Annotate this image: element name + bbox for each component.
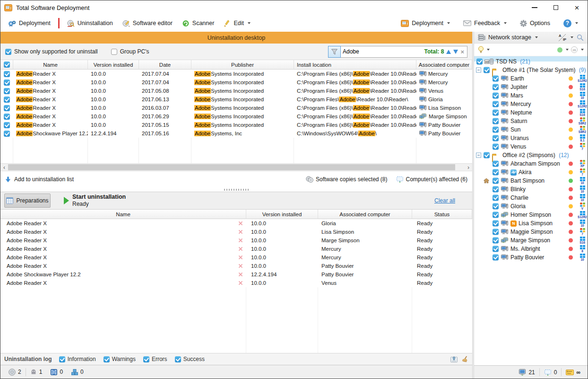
row-checkbox[interactable] <box>4 105 10 111</box>
maximize-button[interactable] <box>545 0 566 15</box>
column-header-version-installed[interactable]: Version installed <box>88 60 139 70</box>
queue-column-header-name[interactable]: Name <box>0 210 246 219</box>
splitter-handle[interactable] <box>0 187 472 192</box>
software-row[interactable]: Adobe Shockwave Player 12.212.2.4.194201… <box>0 129 472 138</box>
tree-checkbox[interactable] <box>493 161 499 167</box>
find-previous-arrow[interactable] <box>446 50 451 54</box>
log-errors-checkbox[interactable] <box>143 356 149 362</box>
help-button[interactable]: ? <box>559 17 583 30</box>
tree-item-akira[interactable]: Akira7 <box>474 168 588 176</box>
tree-checkbox[interactable] <box>493 203 499 210</box>
tree-item-maggie-simpson[interactable]: Maggie Simpson7 <box>474 228 588 236</box>
tree-group-office-1-the-solar-system[interactable]: Office #1 (The Solar System) (9) <box>474 66 588 74</box>
queue-row[interactable]: Adobe Reader X10.0.0Patty BouvierReady <box>0 262 472 270</box>
chevron-down-icon[interactable] <box>581 49 584 51</box>
feedback-button[interactable]: Feedback <box>458 18 511 29</box>
tree-item-gloria[interactable]: GloriaV <box>474 202 588 211</box>
row-checkbox[interactable] <box>4 131 10 137</box>
tree-checkbox[interactable] <box>484 152 490 159</box>
column-header-publisher[interactable]: Publisher <box>191 60 294 70</box>
sort-by-name-ip-button[interactable]: AIP <box>558 34 566 41</box>
tree-item-jupiter[interactable]: JupiterS16 <box>474 83 588 91</box>
log-warnings-checkbox[interactable] <box>104 356 110 362</box>
tree-checkbox[interactable] <box>493 135 499 141</box>
tree-item-earth[interactable]: EarthS12R2 <box>474 74 588 83</box>
queue-column-header-version-installed[interactable]: Version installed <box>246 210 318 219</box>
remove-from-queue-icon[interactable] <box>239 238 242 242</box>
tree-item-mercury[interactable]: MercuryS12R2 <box>474 100 588 108</box>
tree-checkbox[interactable] <box>493 93 499 99</box>
tree-item-patty-bouvier[interactable]: Patty Bouvier10 <box>474 253 588 262</box>
show-supported-checkbox[interactable] <box>5 49 11 55</box>
tree-checkbox[interactable] <box>493 220 499 227</box>
filter-funnel-button[interactable] <box>328 46 341 58</box>
clear-all-link[interactable]: Clear all <box>434 197 455 204</box>
tree-checkbox[interactable] <box>476 59 483 65</box>
column-header-date[interactable]: Date <box>139 60 191 70</box>
scroll-left-arrow[interactable]: ‹ <box>0 164 8 171</box>
row-checkbox[interactable] <box>4 122 10 128</box>
tree-item-abracham-simpson[interactable]: Abracham SimpsonXP <box>474 159 588 168</box>
row-checkbox[interactable] <box>4 88 10 94</box>
scrollbar-thumb[interactable] <box>8 164 455 170</box>
tree-checkbox[interactable] <box>493 84 499 90</box>
column-header-associated-computer[interactable]: Associated computer <box>416 60 472 70</box>
tree-item-marge-simpson[interactable]: Marge SimpsonS16 <box>474 236 588 245</box>
start-uninstallation-button[interactable]: Start uninstallation Ready <box>72 194 126 207</box>
add-to-uninstall-button[interactable]: Add to uninstallation list <box>5 176 74 183</box>
software-row[interactable]: Adobe Reader X10.0.02017.06.13Adobe Syst… <box>0 95 472 104</box>
chevron-down-icon[interactable] <box>566 49 569 51</box>
tree-checkbox[interactable] <box>493 195 499 201</box>
chevron-down-icon[interactable] <box>571 36 573 38</box>
tree-collapse-icon[interactable] <box>476 68 481 73</box>
tree-checkbox[interactable] <box>493 127 499 133</box>
tree-checkbox[interactable] <box>493 110 499 116</box>
column-header-name[interactable]: Name <box>13 60 88 70</box>
tree-checkbox[interactable] <box>493 246 499 252</box>
close-button[interactable]: × <box>566 0 588 15</box>
edit-button[interactable]: Edit <box>219 18 255 29</box>
tree-group-office-2-simpsons[interactable]: Office #2 (Simpsons) (12) <box>474 151 588 159</box>
export-log-button[interactable] <box>450 356 458 362</box>
tree-item-tsd-ns[interactable]: ADTSD NS (21) <box>474 57 588 66</box>
online-status-filter-icon[interactable] <box>557 47 562 53</box>
remove-from-queue-icon[interactable] <box>239 281 242 285</box>
horizontal-scrollbar[interactable]: ‹ › <box>0 163 472 171</box>
tree-item-venus[interactable]: Venus7 <box>474 142 588 151</box>
tree-collapse-icon[interactable] <box>476 153 481 158</box>
lightbulb-icon[interactable] <box>478 46 484 53</box>
tree-item-saturn[interactable]: SaturnS8R2 <box>474 117 588 125</box>
row-checkbox[interactable] <box>4 79 10 86</box>
software-row[interactable]: Adobe Reader X10.0.02017.06.29Adobe Syst… <box>0 112 472 121</box>
tree-checkbox[interactable] <box>493 101 499 107</box>
remove-from-queue-icon[interactable] <box>239 256 242 259</box>
remove-from-queue-icon[interactable] <box>239 273 242 276</box>
software-row[interactable]: Adobe Reader X10.0.02017.05.15Adobe Syst… <box>0 121 472 129</box>
minimize-button[interactable] <box>524 0 545 15</box>
chevron-down-icon[interactable] <box>535 36 538 38</box>
preparations-tab[interactable]: Preparations <box>4 194 51 208</box>
tree-checkbox[interactable] <box>493 186 499 193</box>
queue-row[interactable]: Adobe Reader X10.0.0Marge SimpsonReady <box>0 236 472 245</box>
software-editor-button[interactable]: Software editor <box>118 18 177 29</box>
tree-checkbox[interactable] <box>484 67 490 73</box>
os-filter-icon[interactable]: os <box>571 46 578 53</box>
clear-search-icon[interactable]: × <box>460 49 464 55</box>
queue-row[interactable]: Adobe Reader X10.0.0VenusReady <box>0 279 472 287</box>
row-checkbox[interactable] <box>4 71 10 77</box>
search-icon[interactable] <box>577 34 584 41</box>
software-row[interactable]: Adobe Reader X10.0.02016.03.07Adobe Syst… <box>0 104 472 112</box>
log-information-checkbox[interactable] <box>59 356 65 362</box>
deployment-menu-button[interactable]: Deployment <box>396 18 455 29</box>
group-pcs-checkbox[interactable] <box>111 49 117 55</box>
tree-item-lisa-simpson[interactable]: NLisa Simpson10 <box>474 219 588 228</box>
chevron-down-icon[interactable] <box>487 49 490 51</box>
queue-column-header-associated-computer[interactable]: Associated computer <box>318 210 412 219</box>
search-input[interactable] <box>343 48 422 55</box>
remove-from-queue-icon[interactable] <box>239 230 242 234</box>
uninstallation-mode-button[interactable]: Uninstallation <box>62 18 118 29</box>
tree-checkbox[interactable] <box>493 169 499 176</box>
queue-row[interactable]: Adobe Reader X10.0.0MercuryReady <box>0 245 472 253</box>
queue-row[interactable]: Adobe Reader X10.0.0GloriaReady <box>0 219 472 228</box>
queue-row[interactable]: Adobe Reader X10.0.0MercuryReady <box>0 253 472 262</box>
